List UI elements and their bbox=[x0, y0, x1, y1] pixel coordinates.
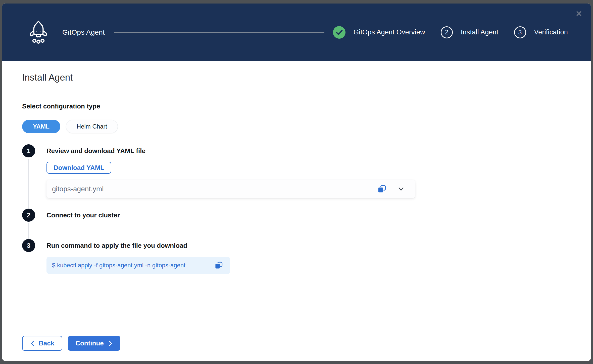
yaml-file-accordion[interactable]: gitops-agent.yml bbox=[46, 180, 415, 198]
stepper-item-overview[interactable]: GitOps Agent Overview bbox=[333, 26, 425, 39]
step-connector-line bbox=[28, 223, 29, 239]
copy-yaml-icon[interactable] bbox=[377, 185, 386, 193]
step-2-badge: 2 bbox=[22, 209, 35, 222]
stepper-label-overview: GitOps Agent Overview bbox=[354, 28, 425, 36]
stepper-item-install-agent[interactable]: 2 Install Agent bbox=[425, 26, 499, 38]
config-option-helm-chart[interactable]: Helm Chart bbox=[66, 120, 118, 133]
continue-button-label: Continue bbox=[75, 339, 104, 347]
step-1-title: Review and download YAML file bbox=[46, 144, 591, 157]
step-2-number-body: 2 bbox=[27, 212, 30, 219]
step-1-number: 1 bbox=[27, 147, 30, 155]
wizard-stepper: GitOps Agent Overview 2 Install Agent 3 … bbox=[333, 26, 568, 39]
step-2: 2 Connect to your cluster bbox=[22, 209, 591, 239]
stepper-label-install-agent: Install Agent bbox=[461, 28, 499, 36]
step-3-indicator: 3 bbox=[514, 26, 526, 38]
step-1-rail: 1 bbox=[22, 144, 35, 209]
step-2-rail: 2 bbox=[22, 209, 35, 239]
dialog-body: Install Agent Select configuration type … bbox=[2, 61, 591, 351]
config-type-label: Select configuration type bbox=[22, 102, 591, 110]
step-3-number-body: 3 bbox=[27, 242, 30, 249]
close-icon[interactable] bbox=[574, 9, 583, 18]
back-button-label: Back bbox=[39, 339, 54, 347]
step-2-title: Connect to your cluster bbox=[46, 209, 591, 222]
stepper-label-verification: Verification bbox=[534, 28, 568, 36]
chevron-right-icon bbox=[108, 340, 113, 346]
step-3-rail: 3 bbox=[22, 239, 35, 278]
step-1-badge: 1 bbox=[22, 144, 35, 157]
kubectl-command-box: $ kubectl apply -f gitops-agent.yml -n g… bbox=[46, 257, 230, 274]
install-agent-dialog: GitOps Agent GitOps Agent Overview 2 Ins… bbox=[2, 4, 591, 361]
copy-command-icon[interactable] bbox=[215, 261, 223, 269]
gitops-squid-logo-icon bbox=[25, 20, 52, 45]
kubectl-command-text: $ kubectl apply -f gitops-agent.yml -n g… bbox=[52, 262, 215, 269]
back-button[interactable]: Back bbox=[22, 336, 62, 351]
install-steps: 1 Review and download YAML file Download… bbox=[22, 144, 591, 278]
step-2-number: 2 bbox=[445, 29, 449, 36]
dialog-title: GitOps Agent bbox=[62, 28, 105, 36]
step-1: 1 Review and download YAML file Download… bbox=[22, 144, 591, 209]
chevron-left-icon bbox=[30, 340, 35, 346]
wizard-header: GitOps Agent GitOps Agent Overview 2 Ins… bbox=[2, 4, 591, 61]
step-3: 3 Run command to apply the file you down… bbox=[22, 239, 591, 278]
header-divider-line bbox=[114, 32, 324, 33]
step-3-badge: 3 bbox=[22, 239, 35, 252]
step-2-indicator: 2 bbox=[441, 26, 453, 38]
page-title: Install Agent bbox=[22, 72, 591, 83]
stepper-item-verification[interactable]: 3 Verification bbox=[499, 26, 568, 38]
continue-button[interactable]: Continue bbox=[68, 336, 120, 351]
download-yaml-button[interactable]: Download YAML bbox=[46, 162, 111, 174]
step-3-number: 3 bbox=[518, 29, 522, 36]
yaml-file-name: gitops-agent.yml bbox=[52, 185, 377, 193]
dialog-footer: Back Continue bbox=[22, 336, 591, 351]
step-connector-line bbox=[28, 159, 29, 209]
config-type-toggle: YAML Helm Chart bbox=[22, 120, 591, 133]
step-3-title: Run command to apply the file you downlo… bbox=[46, 239, 591, 252]
step-completed-check-icon bbox=[333, 26, 345, 39]
chevron-down-icon[interactable] bbox=[397, 185, 405, 193]
config-option-yaml[interactable]: YAML bbox=[22, 120, 60, 133]
